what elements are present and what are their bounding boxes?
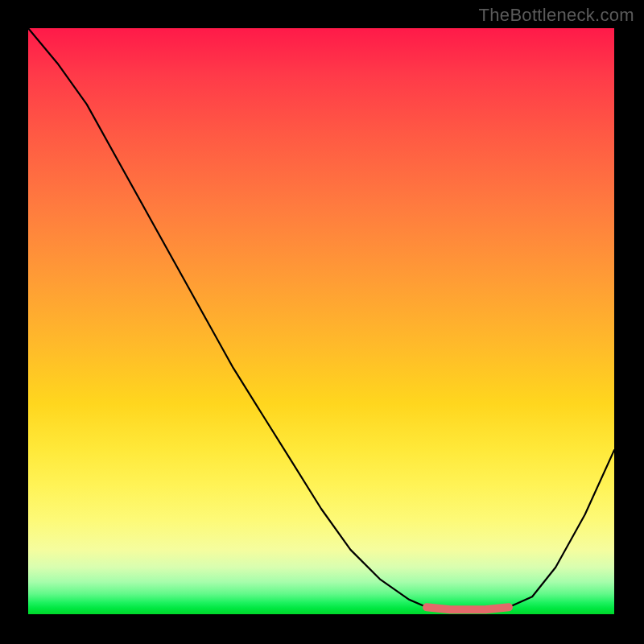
plot-area xyxy=(28,28,614,614)
highlight-band-path xyxy=(427,607,509,609)
curve-layer xyxy=(28,28,614,614)
watermark-text: TheBottleneck.com xyxy=(479,5,634,26)
chart-frame: TheBottleneck.com xyxy=(0,0,644,644)
bottleneck-curve-path xyxy=(28,28,614,609)
